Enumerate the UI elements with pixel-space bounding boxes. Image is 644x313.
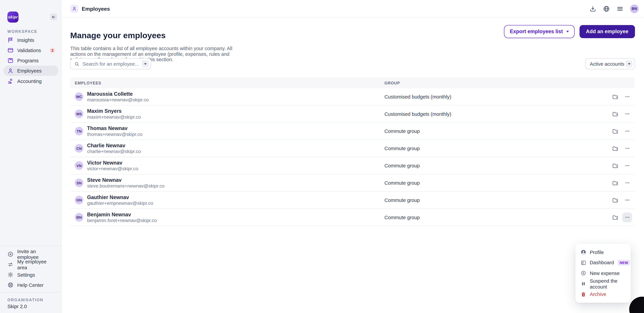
sidebar-item-employees[interactable]: Employees bbox=[3, 66, 58, 76]
column-header-employees: EMPLOYEES bbox=[70, 81, 384, 85]
folder-icon[interactable] bbox=[612, 93, 618, 100]
row-menu-button[interactable] bbox=[622, 143, 632, 153]
employee-email: maxim+newnav@skipr.co bbox=[87, 114, 141, 120]
main-area: Employees BN Manage your employees This … bbox=[62, 0, 644, 313]
folder-icon[interactable] bbox=[612, 214, 618, 221]
row-menu-button[interactable] bbox=[622, 195, 632, 205]
menu-item-archive[interactable]: Archive bbox=[576, 289, 631, 299]
table-row[interactable]: BN Benjamin Newnav benjamin.foret+newnav… bbox=[70, 209, 634, 226]
validations-count-badge: 3 bbox=[50, 47, 55, 53]
employee-group: Commute group bbox=[384, 197, 606, 203]
table-row[interactable]: GN Gauthier Newnav gauthier+empnewnav@sk… bbox=[70, 192, 634, 209]
folder-icon[interactable] bbox=[612, 145, 618, 152]
lifebuoy-icon bbox=[8, 282, 14, 288]
employee-search bbox=[70, 58, 151, 69]
employee-email: steve.boutremans+newnav@skipr.co bbox=[87, 183, 164, 189]
employee-email: victor+newnav@skipr.co bbox=[87, 166, 138, 171]
table-row[interactable]: SN Steve Newnav steve.boutremans+newnav@… bbox=[70, 174, 634, 192]
menu-icon[interactable] bbox=[616, 5, 624, 12]
sidebar-item-validations[interactable]: Validations 3 bbox=[3, 45, 58, 55]
employee-name: Maroussia Collette bbox=[87, 91, 149, 97]
row-menu-button[interactable] bbox=[622, 126, 632, 136]
table-row[interactable]: TN Thomas Newnav thomas+newnav@skipr.co … bbox=[70, 123, 634, 140]
user-avatar[interactable]: BN bbox=[630, 4, 639, 13]
page-title: Manage your employees bbox=[70, 31, 166, 40]
sidebar-item-label: Insights bbox=[17, 37, 55, 43]
row-menu-button-open[interactable] bbox=[622, 212, 632, 222]
employee-email: gauthier+empnewnav@skipr.co bbox=[87, 200, 153, 206]
topbar: Employees BN bbox=[62, 0, 644, 17]
avatar: VN bbox=[75, 161, 83, 170]
new-badge: NEW bbox=[618, 260, 630, 266]
chevron-down-icon bbox=[566, 31, 569, 32]
employee-name: Thomas Newnav bbox=[87, 125, 142, 132]
sidebar-item-programs[interactable]: Programs bbox=[3, 55, 58, 66]
row-menu-button[interactable] bbox=[622, 109, 632, 119]
account-filter-dropdown-button[interactable] bbox=[626, 60, 632, 67]
folder-icon[interactable] bbox=[612, 111, 618, 117]
download-icon[interactable] bbox=[589, 5, 596, 12]
avatar: BN bbox=[75, 213, 83, 222]
employee-group: Commute group bbox=[384, 163, 606, 168]
sidebar-item-label: My employee area bbox=[17, 259, 58, 270]
sidebar-nav: Insights Validations 3 Programs Employe bbox=[3, 35, 58, 86]
employee-email: benjamin.foret+newnav@skipr.co bbox=[87, 218, 157, 223]
arrow-left-icon bbox=[51, 14, 56, 19]
box-bookmark-icon bbox=[8, 57, 14, 64]
sidebar-item-invite-employee[interactable]: Invite an employee bbox=[0, 249, 62, 259]
chevron-down-icon bbox=[144, 63, 146, 65]
gear-icon bbox=[8, 272, 14, 278]
table-header-row: EMPLOYEES GROUP bbox=[70, 78, 634, 88]
table-row[interactable]: MS Maxim Snyers maxim+newnav@skipr.co Cu… bbox=[70, 105, 634, 123]
avatar: MS bbox=[75, 110, 83, 118]
menu-item-label: Archive bbox=[590, 291, 606, 297]
sidebar-item-label: Programs bbox=[17, 58, 55, 63]
sidebar-item-my-employee-area[interactable]: My employee area bbox=[0, 259, 62, 270]
row-menu-button[interactable] bbox=[622, 92, 632, 101]
plus-circle-icon bbox=[581, 271, 586, 276]
search-dropdown-button[interactable] bbox=[142, 60, 149, 67]
employee-group: Customised budgets (monthly) bbox=[384, 111, 606, 117]
add-employee-button[interactable]: Add an employee bbox=[579, 25, 635, 38]
app-window: skipr WORKSPACE Insights Validations 3 bbox=[0, 0, 644, 313]
folder-icon[interactable] bbox=[612, 179, 618, 186]
export-employees-button[interactable]: Export employees list bbox=[504, 25, 574, 38]
account-status-filter[interactable]: Active accounts bbox=[585, 58, 635, 69]
avatar: CN bbox=[75, 144, 83, 153]
sidebar-divider bbox=[0, 245, 62, 246]
sidebar-collapse-button[interactable] bbox=[50, 13, 57, 20]
workspace-section-label: WORKSPACE bbox=[8, 29, 38, 34]
folder-icon[interactable] bbox=[612, 128, 618, 134]
menu-item-dashboard[interactable]: Dashboard NEW bbox=[576, 258, 631, 268]
menu-item-label: Profile bbox=[590, 249, 604, 255]
employee-name: Benjamin Newnav bbox=[87, 212, 157, 218]
page-breadcrumb-title: Employees bbox=[82, 5, 110, 12]
globe-icon[interactable] bbox=[603, 5, 610, 12]
row-menu-button[interactable] bbox=[622, 178, 632, 188]
chevron-down-icon bbox=[628, 63, 630, 65]
sidebar-item-settings[interactable]: Settings bbox=[0, 270, 62, 280]
employee-name: Charlie Newnav bbox=[87, 143, 141, 149]
trash-icon bbox=[581, 292, 586, 297]
row-menu-button[interactable] bbox=[622, 161, 632, 171]
sidebar-item-insights[interactable]: Insights bbox=[3, 35, 58, 45]
profile-icon bbox=[581, 250, 586, 255]
sidebar-item-accounting[interactable]: Accounting bbox=[3, 76, 58, 86]
folder-icon[interactable] bbox=[612, 197, 618, 203]
sidebar-item-label: Settings bbox=[17, 272, 35, 278]
folder-icon[interactable] bbox=[612, 162, 618, 169]
sidebar-item-help-center[interactable]: Help Center bbox=[0, 280, 62, 290]
employee-group: Commute group bbox=[384, 215, 606, 220]
employee-name: Gauthier Newnav bbox=[87, 194, 153, 201]
menu-item-new-expense[interactable]: New expense bbox=[576, 269, 631, 278]
search-input[interactable] bbox=[82, 60, 139, 67]
add-button-label: Add an employee bbox=[586, 29, 628, 34]
sidebar-item-label: Validations bbox=[17, 47, 46, 53]
column-header-group: GROUP bbox=[384, 81, 606, 85]
table-row[interactable]: MC Maroussia Collette maroussia+newnav@s… bbox=[70, 88, 634, 106]
plus-circle-icon bbox=[8, 251, 14, 257]
menu-item-suspend-account[interactable]: Suspend the account bbox=[576, 279, 631, 289]
menu-item-profile[interactable]: Profile bbox=[576, 247, 631, 257]
table-row[interactable]: VN Victor Newnav victor+newnav@skipr.co … bbox=[70, 157, 634, 174]
table-row[interactable]: CN Charlie Newnav charlie+newnav@skipr.c… bbox=[70, 140, 634, 157]
